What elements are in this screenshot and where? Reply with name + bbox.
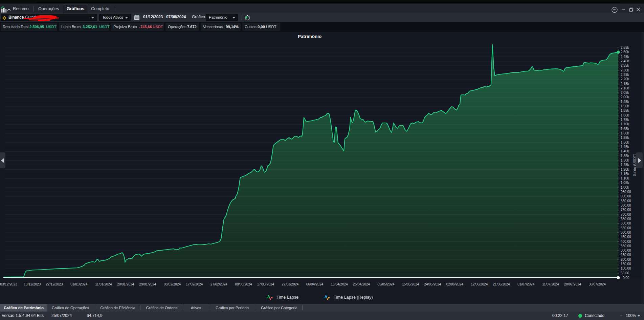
svg-text:2,55k: 2,55k	[621, 46, 629, 49]
svg-text:20/01/2024: 20/01/2024	[117, 282, 134, 286]
svg-text:1,90k: 1,90k	[621, 104, 629, 108]
svg-text:1,10k: 1,10k	[621, 176, 629, 180]
svg-text:05/05/2024: 05/05/2024	[377, 282, 394, 286]
svg-text:900,00: 900,00	[621, 194, 631, 198]
svg-text:27/03/2024: 27/03/2024	[282, 282, 298, 286]
svg-text:450,00: 450,00	[621, 235, 631, 239]
svg-text:850,00: 850,00	[621, 199, 631, 203]
svg-text:1,80k: 1,80k	[621, 113, 629, 117]
svg-text:01/01/2024: 01/01/2024	[70, 282, 87, 286]
svg-text:21/06/2024: 21/06/2024	[493, 282, 510, 286]
svg-text:13/12/2023: 13/12/2023	[24, 282, 41, 286]
svg-text:950,00: 950,00	[621, 190, 631, 194]
svg-text:100,00: 100,00	[621, 266, 631, 270]
svg-text:1,25k: 1,25k	[621, 163, 629, 167]
svg-text:550,00: 550,00	[621, 226, 631, 230]
svg-text:15/05/2024: 15/05/2024	[402, 282, 419, 286]
svg-text:Patrimônio: Patrimônio	[298, 34, 322, 39]
svg-text:06/04/2024: 06/04/2024	[306, 282, 323, 286]
svg-text:1,20k: 1,20k	[621, 168, 629, 171]
svg-text:1,75k: 1,75k	[621, 118, 629, 122]
svg-text:17/02/2024: 17/02/2024	[186, 282, 203, 286]
svg-text:02/06/2024: 02/06/2024	[446, 282, 463, 286]
svg-text:1,85k: 1,85k	[621, 109, 629, 112]
svg-text:1,05k: 1,05k	[621, 181, 629, 185]
svg-text:200,00: 200,00	[621, 258, 631, 261]
svg-text:24/05/2024: 24/05/2024	[424, 282, 441, 286]
svg-text:1,55k: 1,55k	[621, 136, 629, 140]
svg-text:20/07/2024: 20/07/2024	[564, 282, 581, 286]
svg-text:1,40k: 1,40k	[621, 149, 629, 153]
svg-text:08/02/2024: 08/02/2024	[164, 282, 181, 286]
svg-text:2,05k: 2,05k	[621, 91, 629, 94]
svg-text:1,00k: 1,00k	[621, 186, 629, 189]
svg-text:1,45k: 1,45k	[621, 145, 629, 149]
svg-text:11/07/2024: 11/07/2024	[542, 282, 559, 286]
svg-text:700,00: 700,00	[621, 213, 631, 216]
svg-text:800,00: 800,00	[621, 204, 631, 207]
svg-text:03/12/2023: 03/12/2023	[0, 282, 17, 286]
svg-text:50,00: 50,00	[621, 271, 629, 275]
svg-text:2,20k: 2,20k	[621, 77, 629, 81]
svg-text:11/01/2024: 11/01/2024	[95, 282, 112, 286]
svg-text:25/04/2024: 25/04/2024	[353, 282, 370, 286]
svg-text:500,00: 500,00	[621, 231, 631, 234]
svg-text:2,00k: 2,00k	[621, 95, 629, 99]
svg-text:1,50k: 1,50k	[621, 141, 629, 144]
svg-text:2,15k: 2,15k	[621, 82, 629, 86]
svg-text:400,00: 400,00	[621, 240, 631, 243]
svg-text:2,35k: 2,35k	[621, 64, 629, 67]
svg-text:600,00: 600,00	[621, 221, 631, 225]
svg-text:29/01/2024: 29/01/2024	[139, 282, 156, 286]
svg-text:2,10k: 2,10k	[621, 86, 629, 90]
svg-text:750,00: 750,00	[621, 208, 631, 212]
svg-text:0,00: 0,00	[623, 276, 629, 280]
svg-text:1,95k: 1,95k	[621, 100, 629, 104]
svg-text:1,70k: 1,70k	[621, 122, 629, 126]
svg-text:650,00: 650,00	[621, 217, 631, 221]
svg-text:1,65k: 1,65k	[621, 127, 629, 131]
svg-text:2,40k: 2,40k	[621, 59, 629, 63]
svg-text:16/04/2024: 16/04/2024	[331, 282, 348, 286]
svg-text:300,00: 300,00	[621, 249, 631, 252]
svg-text:250,00: 250,00	[621, 253, 631, 257]
svg-text:01/07/2024: 01/07/2024	[517, 282, 534, 286]
svg-text:2,30k: 2,30k	[621, 68, 629, 72]
svg-text:27/02/2024: 27/02/2024	[210, 282, 227, 286]
svg-text:350,00: 350,00	[621, 244, 631, 248]
svg-text:30/07/2024: 30/07/2024	[589, 282, 606, 286]
svg-text:1,60k: 1,60k	[621, 131, 629, 135]
svg-text:12/06/2024: 12/06/2024	[471, 282, 488, 286]
svg-text:1,15k: 1,15k	[621, 172, 629, 176]
svg-text:08/03/2024: 08/03/2024	[235, 282, 252, 286]
svg-text:150,00: 150,00	[621, 262, 631, 266]
svg-text:17/03/2024: 17/03/2024	[257, 282, 274, 286]
svg-text:2,50k: 2,50k	[621, 50, 629, 54]
svg-text:1,35k: 1,35k	[621, 154, 629, 158]
svg-text:1,30k: 1,30k	[621, 158, 629, 162]
svg-text:22/12/2023: 22/12/2023	[46, 282, 63, 286]
svg-text:2,25k: 2,25k	[621, 73, 629, 77]
svg-text:2,45k: 2,45k	[621, 55, 629, 59]
